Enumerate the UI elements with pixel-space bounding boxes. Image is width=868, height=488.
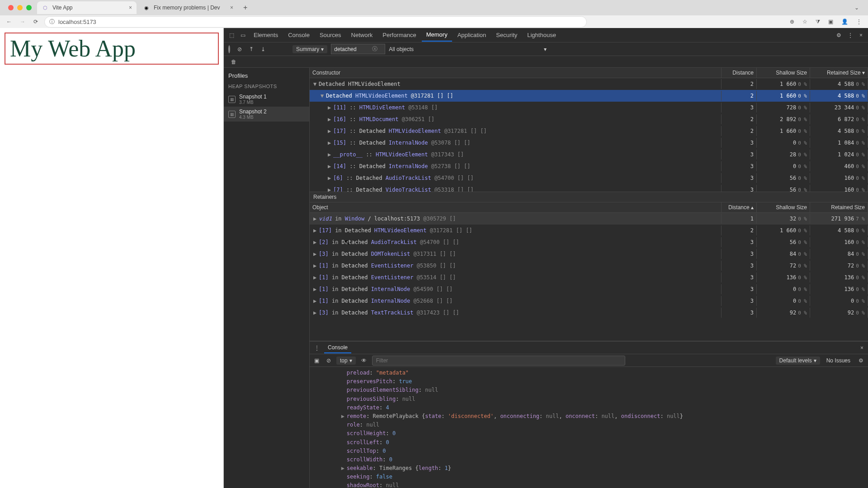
expand-icon[interactable]: ▶ (341, 412, 347, 421)
retainer-row[interactable]: ▶[3] in Detached TextTrackList @317423 [… (310, 307, 868, 319)
col-distance[interactable]: Distance ▴ (722, 202, 757, 212)
tab-memory[interactable]: Memory (422, 28, 452, 42)
constructor-row[interactable]: ▶[16] :: HTMLDocument @306251 []22 8920 … (310, 113, 868, 125)
settings-icon[interactable]: ⚙ (834, 30, 844, 40)
tab-application[interactable]: Application (453, 29, 491, 41)
constructor-row[interactable]: ▶[17] :: Detached HTMLVideoElement @3172… (310, 125, 868, 137)
retainer-row[interactable]: ▶[1] in Detached InternalNode @54590 [] … (310, 283, 868, 295)
expand-icon[interactable]: ▶ (313, 251, 318, 257)
expand-icon[interactable]: ▶ (328, 175, 332, 181)
console-filter[interactable] (372, 356, 772, 366)
browser-tab-active[interactable]: ⬡ Vite App × (37, 1, 137, 14)
view-dropdown[interactable]: Summary ▾ (292, 45, 327, 53)
clear-console-icon[interactable]: ⊘ (325, 357, 333, 365)
tab-close-icon[interactable]: × (230, 5, 233, 11)
filter-field[interactable] (334, 46, 370, 52)
browser-tab[interactable]: ◉ Fix memory problems | Dev × (138, 1, 238, 14)
tab-network[interactable]: Network (347, 29, 377, 41)
constructor-row[interactable]: ▶[7] :: Detached VideoTrackList @53318 [… (310, 184, 868, 192)
expand-icon[interactable]: ▶ (328, 140, 332, 146)
expand-icon[interactable]: ▼ (313, 81, 318, 87)
close-window-icon[interactable] (8, 5, 14, 10)
class-filter-input[interactable]: ⓧ (331, 44, 385, 54)
tab-lighthouse[interactable]: Lighthouse (523, 29, 561, 41)
expand-icon[interactable]: ▶ (313, 227, 318, 234)
address-bar[interactable]: ⓘ localhost:5173 (44, 16, 587, 28)
retainer-row[interactable]: ▶[3] in Detached DOMTokenList @317311 []… (310, 248, 868, 260)
more-icon[interactable]: ⋮ (845, 30, 856, 40)
expand-icon[interactable]: ▶ (328, 104, 332, 111)
retainer-row[interactable]: ▶[17] in Detached HTMLVideoElement @3172… (310, 225, 868, 236)
expand-icon[interactable]: ▶ (328, 128, 332, 134)
expand-icon[interactable]: ▶ (313, 274, 318, 281)
expand-icon[interactable]: ▼ (321, 93, 325, 99)
tab-performance[interactable]: Performance (378, 29, 420, 41)
console-settings-icon[interactable]: ⚙ (857, 357, 865, 365)
retainer-row[interactable]: ▶[1] in Detached InternalNode @52668 [] … (310, 295, 868, 307)
constructor-row[interactable]: ▼Detached HTMLVideoElement @317281 [] []… (310, 90, 868, 102)
tab-elements[interactable]: Elements (249, 29, 283, 41)
minimize-window-icon[interactable] (17, 5, 23, 10)
tab-close-icon[interactable]: × (129, 5, 132, 11)
col-retained-size[interactable]: Retained Size ▾ (810, 68, 868, 78)
tab-sources[interactable]: Sources (315, 29, 346, 41)
col-object[interactable]: Object (310, 202, 722, 212)
site-info-icon[interactable]: ⓘ (49, 18, 55, 26)
inspect-element-icon[interactable]: ⬚ (226, 30, 237, 40)
levels-dropdown[interactable]: Default levels ▾ (776, 357, 820, 365)
console-output[interactable]: preload: "metadata" preservesPitch: true… (310, 367, 868, 488)
expand-icon[interactable]: ▶ (313, 286, 318, 292)
profile-icon[interactable]: 👤 (840, 18, 850, 26)
record-icon[interactable] (226, 45, 232, 53)
drawer-menu-icon[interactable]: ⋮ (312, 344, 321, 352)
tab-console[interactable]: Console (283, 29, 314, 41)
zoom-icon[interactable]: ⊕ (788, 18, 796, 26)
expand-icon[interactable]: ▶ (328, 163, 332, 169)
retainer-row[interactable]: ▶[1] in Detached EventListener @53850 []… (310, 260, 868, 272)
back-button[interactable]: ← (5, 18, 14, 26)
console-tab[interactable]: Console (324, 343, 351, 353)
col-constructor[interactable]: Constructor (310, 68, 722, 78)
expand-icon[interactable]: ▶ (313, 239, 318, 245)
close-devtools-icon[interactable]: × (857, 30, 865, 40)
side-panel-icon[interactable]: ▣ (826, 18, 835, 26)
extensions-icon[interactable]: ⧩ (814, 18, 822, 26)
gc-icon[interactable]: 🗑 (226, 57, 241, 67)
constructor-row[interactable]: ▶__proto__ :: HTMLVideoElement @317343 [… (310, 149, 868, 160)
upload-icon[interactable]: ⤒ (247, 45, 255, 53)
maximize-window-icon[interactable] (26, 5, 32, 10)
reload-button[interactable]: ⟳ (32, 18, 40, 26)
clear-icon[interactable]: ⊘ (236, 45, 244, 53)
bookmark-icon[interactable]: ☆ (801, 18, 809, 26)
expand-icon[interactable]: ▶ (328, 116, 332, 122)
retainer-row[interactable]: ▶[2] in Detached AudioTrackList @54700 [… (310, 236, 868, 248)
constructor-row[interactable]: ▶[15] :: Detached InternalNode @53078 []… (310, 137, 868, 149)
col-shallow-size[interactable]: Shallow Size (757, 68, 810, 78)
scope-dropdown[interactable]: All objects ▾ (389, 46, 547, 52)
constructor-row[interactable]: ▼Detached HTMLVideoElement21 6600 %4 588… (310, 78, 868, 90)
retainer-row[interactable]: ▶[1] in Detached EventListener @53514 []… (310, 272, 868, 283)
expand-icon[interactable]: ▶ (328, 187, 332, 192)
close-drawer-icon[interactable]: × (859, 344, 865, 352)
context-dropdown[interactable]: top ▾ (336, 357, 356, 365)
constructor-row[interactable]: ▶[6] :: Detached AudioTrackList @54700 [… (310, 172, 868, 184)
download-icon[interactable]: ⤓ (259, 45, 267, 53)
expand-icon[interactable]: ▶ (313, 298, 318, 304)
expand-icon[interactable]: ▶ (328, 151, 332, 158)
device-toolbar-icon[interactable]: ▭ (238, 30, 248, 40)
live-expression-icon[interactable]: 👁 (359, 357, 368, 365)
expand-icon[interactable]: ▶ (313, 263, 318, 269)
expand-icon[interactable]: ▶ (313, 216, 318, 222)
console-sidebar-icon[interactable]: ▣ (312, 357, 321, 365)
col-retained-size[interactable]: Retained Size (810, 202, 868, 212)
snapshot-item-active[interactable]: ▦ Snapshot 2 4.3 MB (224, 107, 309, 122)
retainer-row[interactable]: ▶vid1 in Window / localhost:5173 @305729… (310, 213, 868, 225)
col-shallow-size[interactable]: Shallow Size (757, 202, 810, 212)
new-tab-button[interactable]: + (240, 2, 251, 14)
snapshot-item[interactable]: ▦ Snapshot 1 3.7 MB (224, 92, 309, 107)
expand-icon[interactable]: ▶ (341, 464, 347, 473)
expand-icon[interactable]: ▶ (313, 310, 318, 316)
clear-filter-icon[interactable]: ⓧ (372, 45, 377, 53)
constructor-row[interactable]: ▶[14] :: Detached InternalNode @52738 []… (310, 160, 868, 172)
constructor-row[interactable]: ▶[11] :: HTMLDivElement @53148 []37280 %… (310, 102, 868, 113)
